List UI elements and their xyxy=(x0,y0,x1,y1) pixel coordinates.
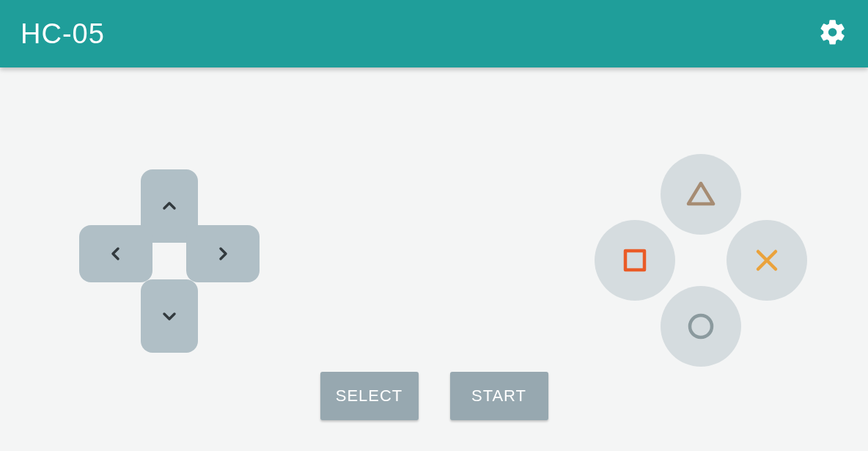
svg-point-4 xyxy=(690,315,712,337)
face-cross-button[interactable] xyxy=(727,220,807,301)
chevron-right-icon xyxy=(214,245,232,263)
chevron-left-icon xyxy=(107,245,125,263)
face-square-button[interactable] xyxy=(595,220,675,301)
select-button[interactable]: SELECT xyxy=(320,372,419,420)
chevron-up-icon xyxy=(161,197,178,215)
start-button[interactable]: START xyxy=(450,372,548,420)
chevron-down-icon xyxy=(161,307,178,325)
face-triangle-button[interactable] xyxy=(661,154,741,235)
app-toolbar: HC-05 xyxy=(0,0,868,67)
svg-marker-0 xyxy=(688,183,713,204)
face-circle-button[interactable] xyxy=(661,286,741,367)
triangle-icon xyxy=(685,178,717,210)
gear-icon xyxy=(818,18,847,47)
dpad-down-button[interactable] xyxy=(141,279,198,353)
dpad-right-button[interactable] xyxy=(186,225,260,282)
cross-icon xyxy=(751,244,783,276)
center-buttons: SELECT START xyxy=(0,372,868,420)
dpad-left-button[interactable] xyxy=(79,225,152,282)
face-buttons xyxy=(587,154,807,374)
settings-button[interactable] xyxy=(818,18,847,50)
svg-rect-1 xyxy=(625,251,644,270)
app-title: HC-05 xyxy=(21,18,105,50)
square-icon xyxy=(619,244,651,276)
circle-icon xyxy=(685,310,717,342)
